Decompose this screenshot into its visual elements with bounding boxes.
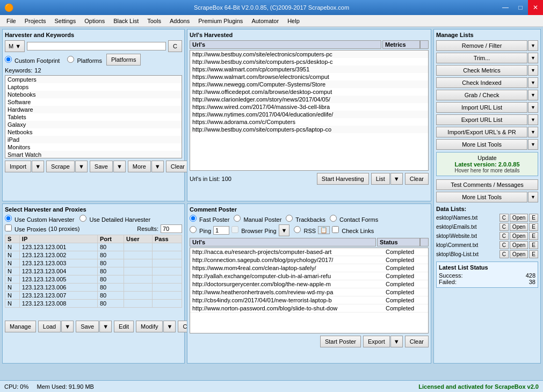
list-item[interactable]: iPad [5,136,182,143]
url-scroll-indicator[interactable] [420,40,429,49]
platforms-label[interactable]: Platforms [67,56,102,64]
list-item[interactable]: https://www.wired.com/2017/04/massive-3d… [190,103,428,111]
list-button[interactable]: List [371,173,390,185]
import-button[interactable]: Import [5,161,31,172]
list-item[interactable]: Netbooks [5,128,182,136]
menu-addons[interactable]: Addons [165,17,194,25]
rss-icon[interactable]: 📋 [318,226,330,234]
table-row[interactable]: N123.123.123.00780 [5,291,182,299]
proxy-table-scroll[interactable]: S IP Port User Pass N123.123.123.00180N1… [5,235,182,321]
use-proxies-checkbox[interactable] [5,224,12,231]
list-item[interactable]: http://yallah.exchange/computer-club-in-… [190,272,428,280]
load-proxies-button[interactable]: Load [38,321,61,332]
table-row[interactable]: N123.123.123.00880 [5,299,182,307]
export-button[interactable]: Export [363,336,390,347]
table-row[interactable]: N123.123.123.00580 [5,275,182,283]
list-item[interactable]: http://connection.sagepub.com/blog/psych… [190,256,428,264]
start-poster-button[interactable]: Start Poster [320,336,361,347]
save-proxies-arrow[interactable]: ▼ [99,321,112,332]
custom-footprint-radio[interactable] [5,56,12,63]
menu-settings[interactable]: Settings [50,17,80,25]
export-url-arrow[interactable]: ▼ [528,114,538,125]
remove-filter-button[interactable]: Remove / Filter [436,40,527,51]
manage-proxies-button[interactable]: Manage [5,321,36,332]
data-list-c-2[interactable]: C [499,232,509,240]
data-list-open-4[interactable]: Open [510,250,528,258]
browser-ping-label[interactable]: Browser Ping [231,226,276,234]
save-arrow[interactable]: ▼ [113,161,126,172]
list-item[interactable]: Hardware [5,106,182,113]
ping-radio[interactable] [190,226,197,233]
modify-proxies-button[interactable]: Modify [136,321,163,332]
trim-arrow[interactable]: ▼ [528,53,538,63]
minimize-button[interactable]: — [498,0,513,15]
import-export-pr-arrow[interactable]: ▼ [528,127,538,137]
table-row[interactable]: N123.123.123.00680 [5,283,182,291]
load-proxies-arrow[interactable]: ▼ [61,321,74,332]
table-row[interactable]: N123.123.123.00380 [5,259,182,267]
list-item[interactable]: Galaxy [5,121,182,128]
trackbacks-label[interactable]: Trackbacks [286,215,325,223]
list-item[interactable]: http://www.norton-password.com/blog/slid… [190,304,428,313]
contact-forms-label[interactable]: Contact Forms [330,215,378,223]
ping-value-input[interactable] [213,226,229,235]
more-list-tools-button[interactable]: More List Tools [436,139,527,150]
list-item[interactable]: http://www.bestbuy.com/site/electronics/… [190,50,428,58]
edit-proxies-button[interactable]: Edit [114,321,134,332]
rss-radio-label[interactable]: RSS [294,226,316,234]
fast-poster-label[interactable]: Fast Poster [190,215,229,223]
save-button[interactable]: Save [90,161,113,172]
data-list-open-3[interactable]: Open [510,241,528,249]
table-row[interactable]: N123.123.123.00180 [5,243,182,251]
data-list-e-0[interactable]: E [529,214,538,222]
data-list-e-2[interactable]: E [529,232,538,240]
menu-projects[interactable]: Projects [20,17,50,25]
clear-comment-button[interactable]: Clear [405,336,429,347]
browser-ping-dropdown[interactable]: ▼ [279,224,290,236]
test-comments-button[interactable]: Test Comments / Messages [436,179,538,190]
menu-premium-plugins[interactable]: Premium Plugins [194,17,247,25]
comment-urls-list[interactable]: http://nacca.eu/research-projects/comput… [190,248,429,333]
menu-help[interactable]: Help [283,17,304,25]
list-item[interactable]: http://www.bestbuy.com/site/computers-pc… [190,58,428,66]
detailed-harvester-label[interactable]: Use Detailed Harvester [79,215,150,223]
list-item[interactable]: https://www.walmart.com/browse/electroni… [190,73,428,81]
mode-dropdown[interactable]: M ▼ [5,40,25,52]
clear-harvester-button[interactable]: Clear [166,161,190,172]
menu-options[interactable]: Options [80,17,109,25]
check-links-label[interactable]: Check Links [332,226,374,234]
more-list-tools-arrow[interactable]: ▼ [528,139,538,150]
list-item[interactable]: https://www.mom4real.com/clean-laptop-sa… [190,264,428,272]
table-row[interactable]: N123.123.123.00280 [5,251,182,259]
trim-button[interactable]: Trim... [436,53,527,63]
custom-harvester-radio[interactable] [5,215,12,222]
data-list-c-4[interactable]: C [499,250,509,258]
list-item[interactable]: http://cbs4indy.com/2017/04/01/new-terro… [190,296,428,304]
list-item[interactable]: https://www.nytimes.com/2017/04/04/educa… [190,111,428,118]
manual-poster-label[interactable]: Manual Poster [234,215,281,223]
menu-tools[interactable]: Tools [143,17,165,25]
import-export-pr-button[interactable]: Import/Export URL's & PR [436,127,527,137]
list-item[interactable]: https://www.newegg.com/Computer-Systems/… [190,81,428,88]
data-list-e-3[interactable]: E [529,241,538,249]
fast-poster-radio[interactable] [190,215,197,222]
data-list-c-3[interactable]: C [499,241,509,249]
browser-ping-checkbox[interactable] [231,226,238,233]
trackbacks-radio[interactable] [286,215,293,222]
manual-poster-radio[interactable] [234,215,241,222]
list-item[interactable]: Computers [5,76,182,83]
harvester-input[interactable] [27,42,166,50]
results-input[interactable] [161,224,182,233]
update-hover[interactable]: Hover here for more details [439,168,535,173]
import-url-button[interactable]: Import URL List [436,102,527,113]
menu-file[interactable]: File [2,17,20,25]
data-list-c-0[interactable]: C [499,214,509,222]
scrape-arrow[interactable]: ▼ [75,161,88,172]
list-item[interactable]: http://www.bestbuy.com/site/computers-pc… [190,126,428,133]
contact-forms-radio[interactable] [330,215,337,222]
menu-automator[interactable]: Automator [247,17,283,25]
custom-harvester-label[interactable]: Use Custom Harvester [5,215,74,223]
maximize-button[interactable]: □ [513,0,528,15]
data-list-c-1[interactable]: C [499,223,509,231]
use-proxies-label[interactable]: Use Proxies [5,224,46,233]
